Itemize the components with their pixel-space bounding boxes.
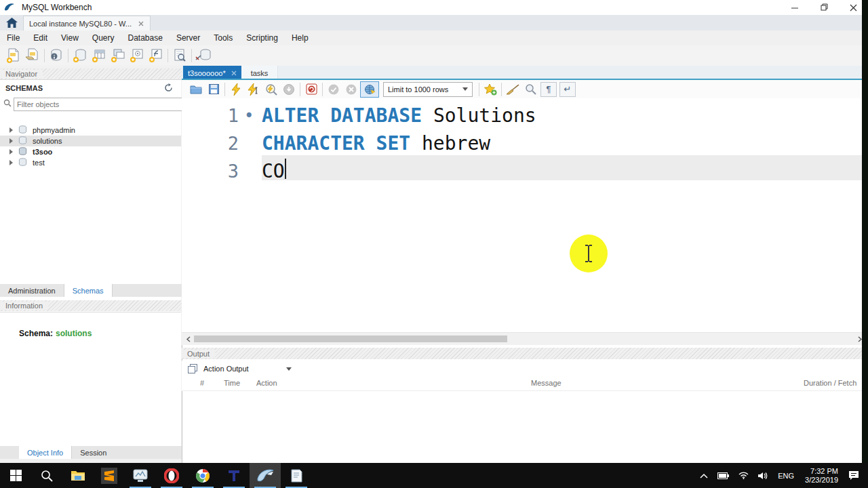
tab-administration[interactable]: Administration bbox=[0, 284, 64, 297]
tray-clock[interactable]: 7:32 PM 3/23/2019 bbox=[805, 467, 838, 485]
col-time: Time bbox=[224, 379, 240, 387]
connection-tab-close-icon[interactable] bbox=[138, 20, 144, 28]
windows-icon bbox=[10, 470, 22, 481]
tray-chevron-icon[interactable] bbox=[700, 473, 708, 479]
tab-object-info[interactable]: Object Info bbox=[19, 446, 72, 459]
media-app-icon bbox=[133, 469, 148, 483]
menu-view[interactable]: View bbox=[54, 33, 85, 43]
taskbar-notepad[interactable] bbox=[281, 463, 312, 488]
chrome-icon bbox=[195, 468, 210, 483]
taskbar-search-button[interactable] bbox=[31, 463, 62, 488]
folder-icon bbox=[71, 470, 85, 482]
refresh-icon[interactable] bbox=[164, 83, 173, 94]
expand-arrow-icon[interactable] bbox=[9, 149, 13, 155]
query-tab-close-icon[interactable] bbox=[231, 70, 237, 76]
taskbar-file-explorer[interactable] bbox=[62, 463, 94, 488]
open-sql-file-button[interactable] bbox=[23, 47, 42, 64]
inspector-button[interactable] bbox=[47, 47, 66, 64]
query-tab-label: t3soooooo* bbox=[188, 69, 226, 77]
output-toolbar: Action Output bbox=[182, 361, 868, 377]
menu-edit[interactable]: Edit bbox=[26, 33, 54, 43]
schema-tree-item-phpmyadmin[interactable]: phpmyadmin bbox=[0, 125, 181, 136]
find-button[interactable] bbox=[521, 82, 539, 97]
taskbar-sublime-text[interactable] bbox=[94, 463, 125, 488]
menu-query[interactable]: Query bbox=[85, 33, 121, 43]
create-function-button[interactable] bbox=[146, 47, 165, 64]
reconnect-button[interactable] bbox=[194, 47, 213, 64]
sql-keyword: ALTER DATABASE bbox=[262, 104, 433, 127]
sidebar: Navigator SCHEMAS phpmyadmin bbox=[0, 66, 182, 463]
connection-tab[interactable]: Local instance MySQL80 - W... bbox=[23, 16, 151, 30]
menu-server[interactable]: Server bbox=[170, 33, 207, 43]
desktop: MySQL Workbench Local instance MySQL80 -… bbox=[0, 0, 868, 488]
menu-scripting[interactable]: Scripting bbox=[239, 33, 285, 43]
wrap-text-button[interactable]: ↵ bbox=[559, 82, 576, 97]
taskbar-opera[interactable] bbox=[156, 463, 187, 488]
new-snippet-button[interactable] bbox=[481, 82, 499, 97]
tray-date: 3/23/2019 bbox=[805, 476, 838, 485]
output-panel-header: Output bbox=[182, 348, 868, 359]
connection-tab-strip: Local instance MySQL80 - W... bbox=[0, 15, 868, 30]
menu-help[interactable]: Help bbox=[285, 33, 315, 43]
start-button[interactable] bbox=[0, 463, 31, 488]
create-schema-button[interactable] bbox=[71, 47, 90, 64]
battery-icon[interactable] bbox=[717, 472, 729, 479]
schema-tree-item-test[interactable]: test bbox=[0, 157, 181, 168]
sidebar-footer-tabs: Object Info Session bbox=[0, 446, 182, 459]
search-objects-button[interactable] bbox=[170, 47, 189, 64]
sql-editor[interactable]: 1 • ALTER DATABASE Solutions 2 CHARACTER… bbox=[182, 98, 862, 332]
toggle-autocommit-button[interactable] bbox=[302, 82, 320, 97]
connection-tab-label: Local instance MySQL80 - W... bbox=[29, 20, 132, 28]
line-number: 1 bbox=[182, 105, 239, 126]
taskbar-mysql-workbench[interactable] bbox=[250, 463, 281, 488]
minimize-button[interactable] bbox=[780, 0, 810, 15]
output-stack-icon bbox=[188, 364, 197, 373]
schema-tree-item-solutions[interactable]: solutions bbox=[0, 136, 181, 146]
scrollbar-thumb[interactable] bbox=[194, 336, 507, 342]
schema-tree-item-t3soo[interactable]: t3soo bbox=[0, 146, 181, 157]
rollback-button[interactable] bbox=[342, 82, 360, 97]
text-caret bbox=[285, 159, 286, 179]
tab-schemas[interactable]: Schemas bbox=[64, 284, 113, 297]
commit-button[interactable] bbox=[325, 82, 342, 97]
expand-arrow-icon[interactable] bbox=[9, 160, 13, 165]
speaker-icon[interactable] bbox=[758, 472, 768, 480]
show-invisibles-button[interactable]: ¶ bbox=[540, 82, 557, 97]
execute-button[interactable] bbox=[227, 82, 245, 97]
open-file-button[interactable] bbox=[187, 82, 205, 97]
wifi-icon[interactable] bbox=[738, 472, 749, 479]
taskbar-chrome[interactable] bbox=[187, 463, 218, 488]
menu-file[interactable]: File bbox=[0, 33, 26, 43]
create-view-button[interactable] bbox=[108, 47, 127, 64]
sql-editor-toolbar: Limit to 1000 rows ¶ ↵ bbox=[182, 80, 868, 99]
toggle-limit-button[interactable] bbox=[360, 81, 379, 98]
query-tab-tasks[interactable]: tasks bbox=[241, 66, 279, 80]
horizontal-scrollbar[interactable] bbox=[182, 332, 868, 345]
expand-arrow-icon[interactable] bbox=[9, 127, 13, 133]
action-center-icon[interactable] bbox=[848, 470, 859, 481]
limit-rows-dropdown[interactable]: Limit to 1000 rows bbox=[383, 82, 473, 97]
expand-arrow-icon[interactable] bbox=[9, 138, 13, 144]
beautify-button[interactable] bbox=[504, 82, 521, 97]
create-table-button[interactable] bbox=[90, 47, 108, 64]
output-view-selector[interactable]: Action Output bbox=[203, 365, 292, 373]
filter-objects-input[interactable] bbox=[14, 98, 184, 111]
language-indicator[interactable]: ENG bbox=[778, 472, 794, 480]
taskbar-t-app[interactable] bbox=[218, 463, 250, 488]
menu-database[interactable]: Database bbox=[121, 33, 170, 43]
create-procedure-button[interactable] bbox=[127, 47, 146, 64]
execute-current-button[interactable] bbox=[245, 82, 262, 97]
tab-session[interactable]: Session bbox=[72, 446, 115, 459]
stop-button[interactable] bbox=[280, 82, 298, 97]
restore-button[interactable] bbox=[810, 0, 840, 15]
query-tab-active[interactable]: t3soooooo* bbox=[183, 66, 241, 80]
new-sql-tab-button[interactable] bbox=[4, 47, 23, 64]
save-button[interactable] bbox=[205, 82, 222, 97]
taskbar-media-app[interactable] bbox=[125, 463, 156, 488]
explain-button[interactable] bbox=[262, 82, 280, 97]
home-tab-button[interactable] bbox=[0, 15, 23, 30]
sublime-icon bbox=[101, 468, 117, 484]
schema-info-label: Schema: bbox=[19, 329, 53, 338]
scroll-left-icon[interactable] bbox=[183, 334, 193, 344]
menu-tools[interactable]: Tools bbox=[207, 33, 239, 43]
